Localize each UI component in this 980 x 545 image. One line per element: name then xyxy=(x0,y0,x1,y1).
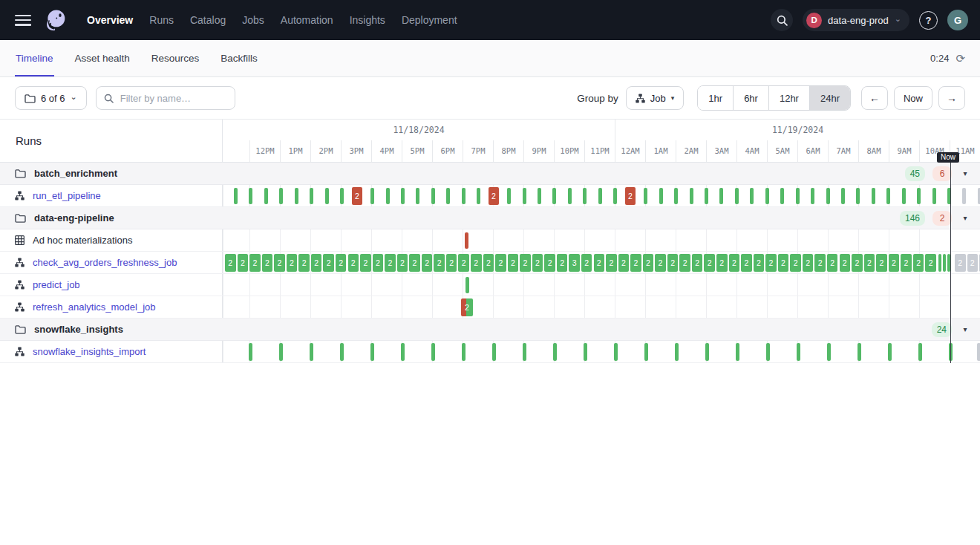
run-bar-success[interactable] xyxy=(370,343,374,361)
run-bar-success[interactable] xyxy=(690,188,693,204)
run-bar-success[interactable] xyxy=(325,188,329,204)
run-bar-success[interactable]: 2 xyxy=(864,254,875,272)
run-bar-success[interactable] xyxy=(234,188,238,204)
job-link[interactable]: check_avg_orders_freshness_job xyxy=(33,257,177,268)
run-bar-success[interactable]: 2 xyxy=(606,254,617,272)
run-bar-success[interactable] xyxy=(553,343,557,361)
tab-timeline[interactable]: Timeline xyxy=(15,40,54,76)
run-bar-success[interactable] xyxy=(523,188,526,204)
tab-resources[interactable]: Resources xyxy=(151,40,200,76)
run-bar-success[interactable]: 2 xyxy=(790,254,801,272)
run-bar-success[interactable] xyxy=(917,188,921,204)
run-bar-success[interactable] xyxy=(583,188,587,204)
range-12hr[interactable]: 12hr xyxy=(768,86,809,110)
run-bar-queued[interactable] xyxy=(977,343,980,361)
run-bar-success[interactable] xyxy=(462,343,466,361)
run-bar-success[interactable]: 2 xyxy=(716,254,728,272)
run-bar-queued[interactable] xyxy=(978,188,980,204)
run-bar-success[interactable] xyxy=(938,254,941,272)
run-bar-success[interactable]: 2 xyxy=(754,254,765,272)
run-bar-queued[interactable]: 2 xyxy=(955,254,966,272)
run-bar-success[interactable]: 2 xyxy=(274,254,285,272)
run-bar-success[interactable]: 2 xyxy=(385,254,396,272)
run-bar-success[interactable]: 2 xyxy=(373,254,384,272)
run-bar-success[interactable]: 2 xyxy=(508,254,519,272)
run-bar-success[interactable] xyxy=(446,188,450,204)
run-bar-success[interactable]: 2 xyxy=(238,254,249,272)
run-bar-success[interactable]: 2 xyxy=(544,254,555,272)
run-bar-success[interactable] xyxy=(705,343,709,361)
run-bar-success[interactable] xyxy=(826,188,830,204)
run-bar-success[interactable] xyxy=(431,188,435,204)
run-bar-success[interactable]: 2 xyxy=(532,254,543,272)
run-bar-success[interactable]: 2 xyxy=(840,254,851,272)
run-bar-success[interactable] xyxy=(613,188,617,204)
run-bar-failure[interactable]: 2 xyxy=(489,187,499,205)
run-bar-success[interactable]: 2 xyxy=(901,254,912,272)
job-link[interactable]: predict_job xyxy=(33,279,80,290)
run-bar-success[interactable]: 2 xyxy=(925,254,936,272)
run-bar-success[interactable]: 2 xyxy=(348,254,359,272)
run-bar-success[interactable] xyxy=(644,343,648,361)
run-bar-success[interactable] xyxy=(886,188,890,204)
run-bar-success[interactable] xyxy=(523,343,526,361)
run-bar-success[interactable]: 2 xyxy=(483,254,494,272)
range-24hr[interactable]: 24hr xyxy=(809,86,850,110)
run-bar-success[interactable]: 2 xyxy=(446,254,457,272)
run-bar-success[interactable] xyxy=(797,343,800,361)
run-bar-success[interactable] xyxy=(477,188,480,204)
run-bar-success[interactable] xyxy=(947,254,950,272)
run-bar-success[interactable] xyxy=(614,343,618,361)
nav-item-insights[interactable]: Insights xyxy=(342,14,393,26)
run-bar-success[interactable]: 2 xyxy=(557,254,568,272)
run-bar-success[interactable]: 2 xyxy=(643,254,654,272)
run-bar-queued[interactable]: 2 xyxy=(967,254,979,272)
run-bar-success[interactable] xyxy=(492,343,496,361)
run-bar-success[interactable] xyxy=(902,188,906,204)
run-bar-success[interactable] xyxy=(719,188,723,204)
run-bar-success[interactable] xyxy=(431,343,435,361)
run-bar-success[interactable]: 2 xyxy=(409,254,420,272)
run-bar-success[interactable] xyxy=(466,277,469,293)
run-bar-success[interactable]: 2 xyxy=(458,254,469,272)
run-bar-success[interactable] xyxy=(811,188,814,204)
run-bar-success[interactable] xyxy=(827,343,831,361)
nav-item-deployment[interactable]: Deployment xyxy=(393,14,466,26)
run-bar-success[interactable] xyxy=(538,188,541,204)
nav-item-automation[interactable]: Automation xyxy=(272,14,342,26)
run-bar-success[interactable]: 3 xyxy=(569,254,580,272)
run-bar-success[interactable] xyxy=(249,343,252,361)
search-button[interactable] xyxy=(771,9,793,31)
dagster-logo[interactable] xyxy=(43,7,68,33)
run-bar-success[interactable] xyxy=(401,188,405,204)
run-bar-success[interactable]: 2 xyxy=(434,254,445,272)
run-bar-success[interactable] xyxy=(856,188,860,204)
run-bar-success[interactable]: 2 xyxy=(876,254,887,272)
help-icon[interactable]: ? xyxy=(919,11,938,30)
run-bar-success[interactable] xyxy=(736,343,739,361)
job-link[interactable]: refresh_analytics_model_job xyxy=(33,301,155,313)
caret-down-icon[interactable]: ▾ xyxy=(959,325,971,333)
run-bar-success[interactable]: 2 xyxy=(765,254,777,272)
run-bar-success[interactable]: 2 xyxy=(287,254,298,272)
run-bar-success[interactable]: 2 xyxy=(729,254,740,272)
run-bar-success[interactable] xyxy=(766,343,770,361)
run-bar-success[interactable] xyxy=(796,188,800,204)
run-bar-success[interactable]: 2 xyxy=(692,254,703,272)
run-bar-success[interactable]: 2 xyxy=(778,254,789,272)
run-bar-success[interactable] xyxy=(340,343,344,361)
run-bar-success[interactable] xyxy=(584,343,587,361)
run-bar-failure[interactable]: 2 xyxy=(352,187,362,205)
nav-item-catalog[interactable]: Catalog xyxy=(182,14,234,26)
timeline-row-group[interactable]: snowflake_insights 24 ▾ xyxy=(0,319,980,341)
run-bar-success[interactable] xyxy=(462,188,466,204)
run-bar-success[interactable] xyxy=(310,188,313,204)
run-bar-success[interactable] xyxy=(735,188,739,204)
run-bar-success[interactable] xyxy=(295,188,298,204)
run-bar-success[interactable]: 2 xyxy=(618,254,630,272)
filter-input[interactable] xyxy=(119,92,227,105)
caret-down-icon[interactable]: ▾ xyxy=(959,169,971,177)
run-bar-success[interactable] xyxy=(416,188,419,204)
run-bar-success[interactable] xyxy=(674,188,678,204)
run-bar-success[interactable]: 2 xyxy=(298,254,310,272)
